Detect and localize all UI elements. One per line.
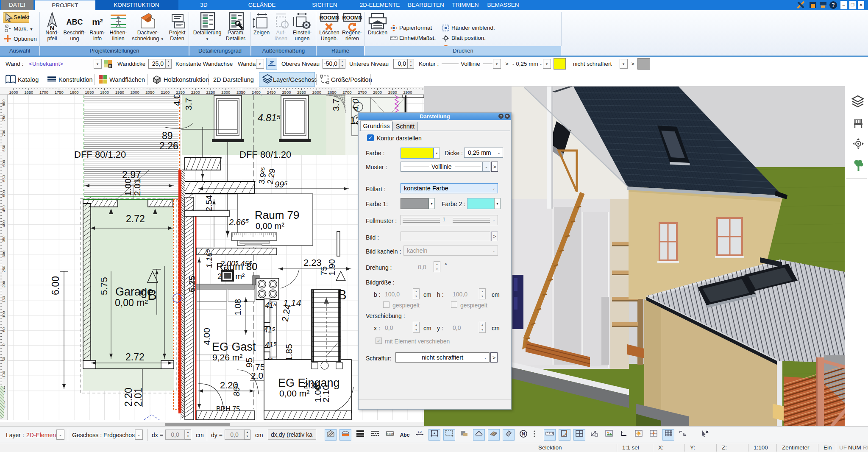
svg-text:2700: 2700 bbox=[342, 90, 351, 95]
svg-text:2900: 2900 bbox=[403, 90, 412, 95]
svg-text:700: 700 bbox=[1, 130, 6, 137]
svg-text:1600: 1600 bbox=[9, 90, 18, 95]
svg-text:2850: 2850 bbox=[388, 90, 397, 95]
svg-text:2800: 2800 bbox=[373, 90, 382, 95]
svg-text:2650: 2650 bbox=[328, 90, 337, 95]
svg-text:ABC: ABC bbox=[67, 18, 83, 26]
svg-text:N: N bbox=[522, 432, 525, 436]
svg-text:2500: 2500 bbox=[282, 90, 291, 95]
svg-text:ROOMS: ROOMS bbox=[342, 15, 362, 21]
svg-text:200: 200 bbox=[1, 281, 6, 287]
svg-text:150: 150 bbox=[1, 296, 6, 303]
svg-text:300: 300 bbox=[1, 251, 6, 257]
svg-text:2050: 2050 bbox=[145, 90, 154, 95]
svg-text:ROOM: ROOM bbox=[386, 432, 394, 435]
svg-text:2600: 2600 bbox=[312, 90, 321, 95]
svg-text:1750: 1750 bbox=[55, 90, 64, 95]
svg-text:-100: -100 bbox=[1, 371, 6, 379]
svg-text:750: 750 bbox=[1, 114, 6, 121]
svg-text:250: 250 bbox=[1, 266, 6, 273]
svg-text:450: 450 bbox=[1, 205, 6, 212]
svg-text:1950: 1950 bbox=[115, 90, 124, 95]
svg-text:2200: 2200 bbox=[191, 90, 200, 95]
svg-text:0: 0 bbox=[1, 343, 6, 346]
svg-text:1850: 1850 bbox=[85, 90, 94, 95]
svg-text:2350: 2350 bbox=[236, 90, 245, 95]
svg-text:2750: 2750 bbox=[358, 90, 367, 95]
svg-text:2000: 2000 bbox=[131, 90, 139, 95]
svg-text:350: 350 bbox=[1, 235, 6, 242]
svg-text:50: 50 bbox=[1, 327, 6, 332]
svg-text:1700: 1700 bbox=[39, 90, 48, 95]
svg-text:2150: 2150 bbox=[176, 90, 185, 95]
svg-text:400: 400 bbox=[1, 220, 6, 227]
svg-text:650: 650 bbox=[1, 145, 6, 152]
svg-text:2400: 2400 bbox=[252, 90, 261, 95]
svg-text:B: B bbox=[109, 64, 111, 68]
svg-text:-50: -50 bbox=[1, 357, 6, 363]
svg-text:1900: 1900 bbox=[100, 90, 109, 95]
svg-text:1800: 1800 bbox=[70, 90, 79, 95]
svg-text:2300: 2300 bbox=[221, 90, 230, 95]
svg-text:100: 100 bbox=[1, 311, 6, 318]
svg-text:1650: 1650 bbox=[24, 90, 33, 95]
svg-text:2100: 2100 bbox=[161, 90, 170, 95]
svg-text:2550: 2550 bbox=[297, 90, 306, 95]
svg-text:2250: 2250 bbox=[206, 90, 215, 95]
svg-text:500: 500 bbox=[1, 190, 6, 197]
svg-text:m²: m² bbox=[92, 17, 103, 27]
svg-text:800: 800 bbox=[1, 100, 6, 106]
svg-text:600: 600 bbox=[1, 160, 6, 167]
svg-text:2450: 2450 bbox=[267, 90, 276, 95]
svg-text:1,2: 1,2 bbox=[417, 430, 422, 433]
svg-text:ROOMS: ROOMS bbox=[319, 15, 339, 21]
svg-text:550: 550 bbox=[1, 175, 6, 182]
svg-text:?: ? bbox=[832, 2, 835, 8]
